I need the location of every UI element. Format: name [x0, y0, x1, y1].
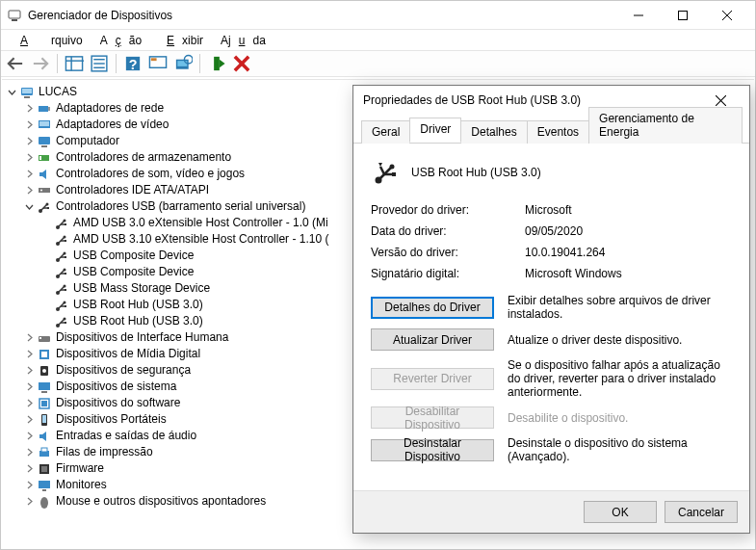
svg-point-63 [64, 284, 66, 287]
driver-provider-label: Provedor do driver: [371, 203, 525, 217]
uninstall-device-button[interactable] [231, 53, 252, 74]
minimize-button[interactable] [616, 1, 661, 30]
expand-icon[interactable] [23, 495, 36, 508]
svg-rect-16 [151, 58, 157, 61]
firmware-icon [37, 461, 52, 477]
software-device-icon [37, 396, 52, 411]
usb-device-icon [54, 298, 69, 313]
expand-icon[interactable] [23, 380, 36, 393]
svg-rect-92 [39, 481, 50, 488]
properties-button[interactable] [89, 53, 110, 74]
svg-line-102 [380, 167, 384, 174]
expand-icon[interactable] [23, 118, 36, 131]
display-adapter-icon [37, 118, 52, 133]
toolbar-icon[interactable] [147, 53, 169, 74]
tree-item-label: USB Root Hub (USB 3.0) [73, 313, 211, 329]
svg-rect-26 [39, 106, 48, 112]
svg-rect-3 [679, 11, 688, 19]
driver-details-desc: Exibir detalhes sobre arquivos de driver… [508, 294, 732, 321]
ok-button[interactable]: OK [584, 501, 657, 523]
menu-action[interactable]: Ação [92, 32, 149, 49]
expand-icon[interactable] [23, 479, 36, 491]
svg-rect-30 [39, 137, 50, 144]
forward-button[interactable] [30, 53, 51, 74]
usb-device-icon [54, 232, 69, 248]
update-driver-button[interactable]: Atualizar Driver [371, 328, 494, 351]
rollback-driver-button: Reverter Driver [371, 368, 494, 390]
usb-controller-icon [37, 199, 52, 215]
back-button[interactable] [5, 53, 26, 74]
expand-icon[interactable] [23, 151, 36, 164]
hid-icon [37, 330, 52, 346]
expand-icon[interactable] [23, 135, 36, 147]
svg-rect-1 [12, 19, 17, 21]
driver-provider-value: Microsoft [525, 203, 572, 217]
tab-events[interactable]: Eventos [527, 120, 589, 144]
driver-signer-label: Signatário digital: [371, 267, 525, 280]
cancel-button[interactable]: Cancelar [665, 501, 738, 523]
show-hide-tree-button[interactable] [64, 53, 85, 74]
rollback-driver-desc: Se o dispositivo falhar após a atualizaç… [508, 358, 732, 399]
svg-rect-93 [42, 489, 46, 491]
svg-point-43 [64, 219, 66, 222]
expand-icon[interactable] [23, 446, 36, 458]
dialog-title: Propriedades de USB Root Hub (USB 3.0) [363, 93, 701, 107]
menu-view[interactable]: Exibir [151, 32, 211, 49]
app-icon [7, 8, 22, 23]
expand-icon[interactable] [23, 364, 36, 377]
expand-icon[interactable] [23, 331, 36, 344]
svg-rect-24 [22, 89, 32, 93]
expand-icon[interactable] [23, 102, 36, 115]
svg-rect-101 [392, 172, 396, 176]
uninstall-device-button[interactable]: Desinstalar Dispositivo [371, 439, 494, 461]
tree-item-label: USB Composite Device [73, 264, 201, 280]
system-device-icon [37, 380, 52, 395]
menu-help[interactable]: Ajuda [213, 32, 274, 49]
maximize-button[interactable] [661, 1, 705, 30]
menu-file[interactable]: Arquivo [5, 32, 91, 49]
collapse-icon[interactable] [23, 200, 36, 213]
storage-controller-icon [37, 150, 52, 166]
tab-general[interactable]: Geral [361, 120, 410, 144]
expand-icon[interactable] [23, 168, 36, 180]
svg-text:?: ? [129, 57, 138, 72]
toolbar-separator [57, 54, 58, 73]
usb-device-icon [54, 265, 69, 280]
expand-icon[interactable] [23, 348, 36, 360]
enable-device-button[interactable] [206, 53, 227, 74]
audio-io-icon [37, 429, 52, 444]
svg-rect-85 [41, 401, 47, 406]
uninstall-device-desc: Desinstale o dispositivo do sistema (Ava… [508, 436, 732, 463]
monitor-icon [37, 478, 52, 493]
properties-dialog: Propriedades de USB Root Hub (USB 3.0) G… [352, 85, 750, 534]
driver-details-button[interactable]: Detalhes do Driver [371, 297, 494, 319]
tab-details[interactable]: Detalhes [460, 120, 527, 144]
scan-hardware-button[interactable] [172, 53, 194, 74]
network-adapter-icon [37, 101, 52, 117]
collapse-icon[interactable] [6, 86, 18, 98]
tree-item-label: USB Composite Device [73, 248, 201, 264]
expand-icon[interactable] [23, 430, 36, 442]
expand-icon[interactable] [23, 462, 36, 475]
digital-media-icon [37, 347, 52, 362]
tab-power-management[interactable]: Gerenciamento de Energia [588, 107, 743, 144]
svg-marker-103 [378, 163, 382, 167]
driver-version-value: 10.0.19041.264 [525, 246, 605, 259]
close-button[interactable] [705, 1, 749, 30]
expand-icon[interactable] [23, 413, 36, 426]
usb-device-icon [371, 157, 402, 188]
driver-date-label: Data do driver: [371, 224, 525, 238]
svg-rect-65 [65, 289, 66, 291]
menubar: Arquivo Ação Exibir Ajuda [1, 30, 755, 50]
expand-icon[interactable] [23, 184, 36, 196]
help-button[interactable]: ? [122, 53, 143, 74]
svg-rect-45 [65, 223, 66, 225]
computer-icon [37, 134, 52, 149]
action-row: Desabilitar Dispositivo Desabilite o dis… [371, 406, 732, 429]
driver-actions: Detalhes do Driver Exibir detalhes sobre… [371, 294, 732, 463]
tab-driver[interactable]: Driver [409, 118, 461, 143]
svg-point-99 [390, 165, 395, 170]
svg-rect-50 [65, 240, 66, 242]
expand-icon[interactable] [23, 397, 36, 409]
action-row: Desinstalar Dispositivo Desinstale o dis… [371, 436, 732, 463]
